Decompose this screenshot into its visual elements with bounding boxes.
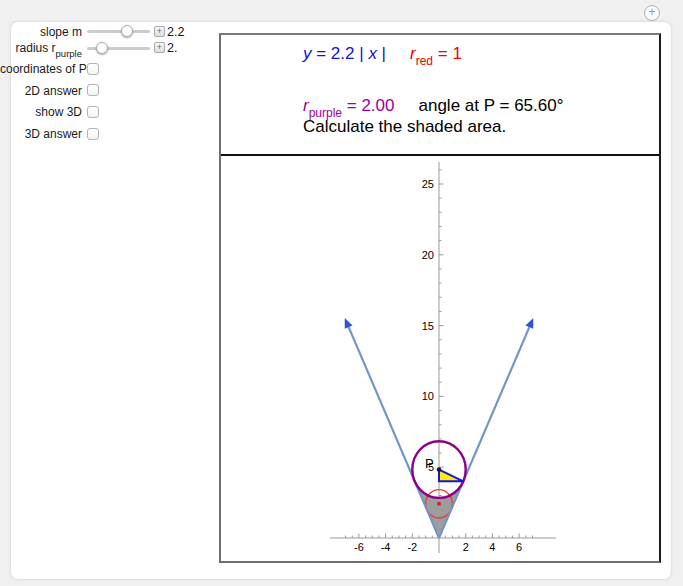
stepper-button-slope[interactable]: + bbox=[154, 26, 165, 37]
checkbox-label-coordinates: coordinates of P bbox=[0, 62, 82, 76]
expand-plus-button[interactable]: + bbox=[644, 5, 660, 21]
v-line-right bbox=[439, 327, 529, 538]
angle-text: angle at P = 65.60° bbox=[419, 96, 564, 118]
checkbox-label-show-3d: show 3D bbox=[0, 105, 82, 119]
x-tick-label: -6 bbox=[354, 541, 364, 553]
checkbox-3d-answer[interactable] bbox=[87, 128, 99, 140]
v-line-left bbox=[349, 327, 439, 538]
plus-glyph: + bbox=[157, 42, 162, 52]
slider-thumb[interactable] bbox=[121, 25, 133, 37]
slider-label-slope: slope m bbox=[0, 25, 82, 39]
plus-glyph: + bbox=[157, 26, 162, 36]
y-tick-label: 25 bbox=[422, 178, 434, 190]
slider-value-slope: 2.2 bbox=[167, 25, 184, 39]
x-tick-label: -4 bbox=[381, 541, 391, 553]
slider-value-radius: 2. bbox=[167, 41, 177, 55]
slider-track-slope[interactable] bbox=[87, 30, 150, 33]
x-tick-label: 4 bbox=[489, 541, 495, 553]
red-center-dot bbox=[437, 502, 441, 506]
r-purple-text: rpurple = 2.00 bbox=[303, 96, 395, 118]
checkbox-coordinates-of-p[interactable] bbox=[87, 63, 99, 75]
checkbox-label-3d-answer: 3D answer bbox=[0, 127, 82, 141]
header-area: y = 2.2 | x | rred = 1 rpurple = 2.00 an… bbox=[221, 35, 659, 156]
point-p-dot bbox=[437, 467, 442, 472]
checkbox-2d-answer[interactable] bbox=[87, 84, 99, 96]
x-tick-label: -2 bbox=[407, 541, 417, 553]
checkbox-label-2d-answer: 2D answer bbox=[0, 84, 82, 98]
plot-svg: -6-4-2246510152025P bbox=[221, 156, 659, 561]
stepper-button-radius[interactable]: + bbox=[154, 42, 165, 53]
plus-icon: + bbox=[648, 5, 655, 19]
r-red-text: rred = 1 bbox=[410, 44, 462, 66]
checkbox-show-3d[interactable] bbox=[87, 106, 99, 118]
equation-text: y = 2.2 | x | bbox=[303, 44, 386, 66]
graphic-frame: y = 2.2 | x | rred = 1 rpurple = 2.00 an… bbox=[219, 33, 661, 563]
x-tick-label: 6 bbox=[516, 541, 522, 553]
angle-triangle bbox=[439, 470, 463, 482]
y-tick-label: 15 bbox=[422, 320, 434, 332]
instruction-text: Calculate the shaded area. bbox=[303, 117, 506, 137]
slider-label-radius: radius rpurple bbox=[0, 41, 82, 57]
y-tick-label: 10 bbox=[422, 390, 434, 402]
slider-thumb[interactable] bbox=[96, 42, 108, 54]
x-tick-label: 2 bbox=[463, 541, 469, 553]
y-tick-label: 20 bbox=[422, 249, 434, 261]
slider-track-radius[interactable] bbox=[87, 47, 150, 50]
point-p-label: P bbox=[425, 456, 434, 471]
